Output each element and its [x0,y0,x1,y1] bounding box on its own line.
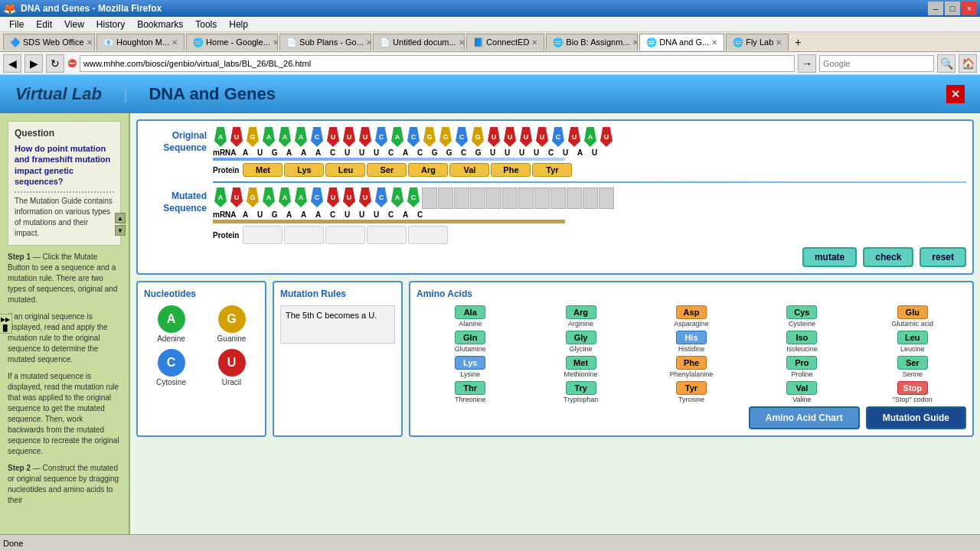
amino-ala-badge[interactable]: Ala [455,305,485,319]
mut-nuc-u2[interactable]: U [325,187,341,209]
amino-try-badge[interactable]: Try [566,381,596,395]
nuc-a5[interactable]: A [390,127,405,147]
new-tab-button[interactable]: + [790,34,805,50]
protein-arg[interactable]: Arg [408,163,448,177]
nuc-a3[interactable]: A [277,127,292,147]
amino-leu-badge[interactable]: Leu [897,331,928,344]
protein-ser[interactable]: Ser [367,163,407,177]
maximize-button[interactable]: □ [945,2,960,15]
mut-nuc-u1[interactable]: U [229,187,244,209]
guanine-circle[interactable]: G [218,305,246,333]
nuc-c5[interactable]: C [550,127,566,147]
amino-pro-badge[interactable]: Pro [786,356,817,370]
refresh-button[interactable]: ↻ [46,54,64,73]
nuc-u1[interactable]: U [229,127,244,147]
amino-met-badge[interactable]: Met [566,356,596,370]
nuc-u8[interactable]: U [534,127,550,147]
menu-edit[interactable]: Edit [30,18,58,31]
uracil-circle[interactable]: U [218,349,246,377]
tab-flylab[interactable]: 🌐Fly Lab✕ [726,34,789,51]
protein-lys[interactable]: Lys [284,163,324,177]
forward-button[interactable]: ▶ [24,54,43,73]
amino-gly-badge[interactable]: Gly [566,331,596,344]
mut-nuc-c3[interactable]: C [406,187,421,209]
nuc-u2[interactable]: U [325,127,341,147]
amino-his-badge[interactable]: His [676,331,707,344]
minimize-button[interactable]: – [928,2,943,15]
mut-protein-slot-5[interactable] [408,226,448,244]
search-input[interactable] [819,55,934,72]
mut-protein-slot-2[interactable] [284,226,324,244]
nuc-c1[interactable]: C [309,127,325,147]
nuc-u3[interactable]: U [341,127,357,147]
adenine-circle[interactable]: A [158,305,185,333]
mut-protein-slot-1[interactable] [243,226,283,244]
menu-file[interactable]: File [3,18,30,31]
nuc-u7[interactable]: U [518,127,534,147]
mut-nuc-c1[interactable]: C [309,187,325,209]
nuc-c3[interactable]: C [406,127,421,147]
cytosine-circle[interactable]: C [158,349,185,377]
protein-leu[interactable]: Leu [325,163,365,177]
tab-sds[interactable]: 🔷SDS Web Office✕ [3,34,95,51]
protein-met[interactable]: Met [243,163,283,177]
back-button[interactable]: ◀ [3,54,21,73]
protein-val[interactable]: Val [449,163,489,177]
mut-protein-slot-4[interactable] [367,226,407,244]
amino-tyr-badge[interactable]: Tyr [676,381,707,395]
amino-asp-badge[interactable]: Asp [676,305,707,319]
mut-nuc-c2[interactable]: C [374,187,389,209]
tab-dna[interactable]: 🌐DNA and G...✕ [639,34,724,51]
amino-stop-badge[interactable]: Stop [897,381,928,395]
mut-nuc-a4[interactable]: A [293,187,309,209]
nuc-u6[interactable]: U [502,127,518,147]
amino-phe-badge[interactable]: Phe [676,356,707,370]
mut-protein-slot-3[interactable] [325,226,365,244]
scroll-down-button[interactable]: ▼ [115,225,126,236]
nuc-u10[interactable]: U [599,127,614,147]
home-button[interactable]: 🏠 [959,54,977,73]
menu-tools[interactable]: Tools [189,18,223,31]
nuc-g4[interactable]: G [470,127,485,147]
protein-tyr[interactable]: Tyr [532,163,572,177]
nuc-a1[interactable]: A [213,127,228,147]
address-input[interactable] [80,55,795,72]
nuc-u5[interactable]: U [486,127,501,147]
amino-iso-badge[interactable]: Iso [786,331,817,344]
nuc-u9[interactable]: U [567,127,582,147]
tab-connected[interactable]: 📘ConnectED✕ [466,34,544,51]
nuc-g2[interactable]: G [422,127,437,147]
amino-cys-badge[interactable]: Cys [786,305,817,319]
amino-chart-button[interactable]: Amino Acid Chart [749,406,860,429]
tab-google[interactable]: 🌐Home - Google...✕ [186,34,278,51]
nuc-a6[interactable]: A [583,127,598,147]
nuc-g3[interactable]: G [438,127,453,147]
tab-untitled[interactable]: 📄Untitled docum...✕ [373,34,465,51]
mut-nuc-u4[interactable]: U [358,187,373,209]
close-button[interactable]: × [962,2,977,15]
scroll-up-button[interactable]: ▲ [115,213,126,223]
tab-houghton[interactable]: 📧Houghton M...✕ [96,34,185,51]
menu-help[interactable]: Help [223,18,254,31]
mut-nuc-g1[interactable]: G [245,187,260,209]
search-button[interactable]: 🔍 [937,54,956,73]
amino-lys-badge[interactable]: Lys [455,356,485,370]
tab-biob[interactable]: 🌐Bio B: Assignm...✕ [546,34,638,51]
mutate-button[interactable]: mutate [802,247,857,267]
mut-nuc-u3[interactable]: U [341,187,357,209]
nuc-c2[interactable]: C [374,127,389,147]
nuc-a2[interactable]: A [261,127,276,147]
tab-subplans[interactable]: 📄Sub Plans - Go...✕ [279,34,371,51]
nuc-g1[interactable]: G [245,127,260,147]
menu-history[interactable]: History [90,18,131,31]
mut-nuc-a2[interactable]: A [261,187,276,209]
mut-nuc-a3[interactable]: A [277,187,292,209]
mut-nuc-a1[interactable]: A [213,187,228,209]
amino-gln-badge[interactable]: Gln [455,331,485,344]
nuc-a4[interactable]: A [293,127,309,147]
amino-val-badge[interactable]: Val [786,381,817,395]
reset-button[interactable]: reset [920,247,966,267]
check-button[interactable]: check [863,247,913,267]
menu-bookmarks[interactable]: Bookmarks [131,18,189,31]
menu-view[interactable]: View [58,18,90,31]
